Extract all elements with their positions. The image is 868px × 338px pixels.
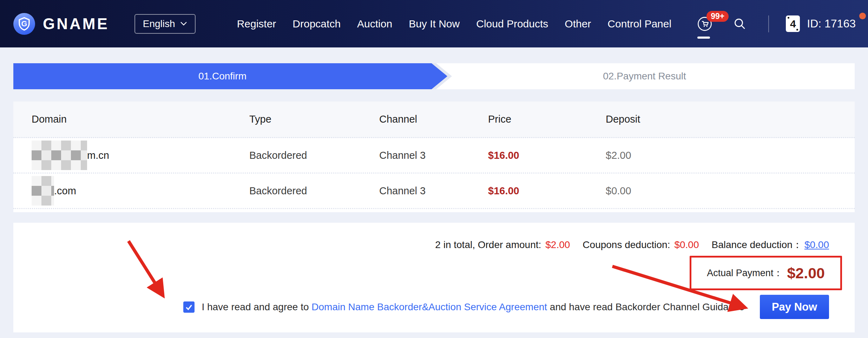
actual-payment-box: Actual Payment： $2.00 <box>690 256 842 290</box>
channel-cell: Channel 3 <box>379 185 488 197</box>
actual-payment-label: Actual Payment： <box>707 267 783 279</box>
top-navbar: G GNAME English Register Dropcatch Aucti… <box>0 0 868 47</box>
agreement-text: I have read and agree to Domain Name Bac… <box>202 301 744 313</box>
cart-button[interactable]: 99+ <box>697 17 712 31</box>
step-payment-result: 02.Payment Result <box>434 63 855 89</box>
agreement-prefix: I have read and agree to <box>202 301 311 312</box>
nav-item-auction[interactable]: Auction <box>357 18 392 30</box>
channel-cell: Channel 3 <box>379 150 488 161</box>
balance-label: Balance deduction： <box>712 239 802 251</box>
account-card-icon: 4 <box>786 15 800 32</box>
price-cell: $16.00 <box>488 185 606 197</box>
pay-now-button[interactable]: Pay Now <box>760 295 829 319</box>
navbar-right-cluster: 99+ 4 ID: 17163 <box>697 15 856 32</box>
main-nav: Register Dropcatch Auction Buy It Now Cl… <box>237 18 672 30</box>
nav-item-other[interactable]: Other <box>565 18 591 30</box>
nav-item-register[interactable]: Register <box>237 18 276 30</box>
balance-value-link[interactable]: $0.00 <box>804 239 829 251</box>
search-button[interactable] <box>733 17 747 31</box>
nav-item-control-panel[interactable]: Control Panel <box>607 18 671 30</box>
search-icon <box>733 17 747 31</box>
account-area[interactable]: 4 ID: 17163 <box>786 15 856 32</box>
agreement-row: I have read and agree to Domain Name Bac… <box>26 295 829 319</box>
table-row: m.cn Backordered Channel 3 $16.00 $2.00 <box>13 138 855 174</box>
col-channel: Channel <box>379 113 488 125</box>
gname-logo[interactable]: G GNAME <box>13 13 109 35</box>
notification-dot <box>859 13 866 19</box>
checkout-steps: 02.Payment Result 01.Confirm <box>13 63 855 89</box>
deposit-cell: $0.00 <box>606 185 836 197</box>
svg-text:G: G <box>21 19 27 28</box>
domain-cell: m.cn <box>32 141 249 170</box>
nav-item-cloud-products[interactable]: Cloud Products <box>476 18 548 30</box>
col-domain: Domain <box>32 113 249 125</box>
domain-visible-text: .com <box>54 185 76 197</box>
coupons-label: Coupons deduction: <box>583 239 670 251</box>
payment-summary-card: 2 in total, Order amount: $2.00 Coupons … <box>13 223 855 332</box>
order-amount-value: $2.00 <box>545 239 570 251</box>
domain-visible-text: m.cn <box>87 150 109 161</box>
col-deposit: Deposit <box>606 113 836 125</box>
order-total-label: 2 in total, Order amount: <box>435 239 541 251</box>
check-icon <box>184 302 194 312</box>
agreement-link[interactable]: Domain Name Backorder&Auction Service Ag… <box>311 301 547 312</box>
chevron-down-icon <box>180 21 187 26</box>
table-row: .com Backordered Channel 3 $16.00 $0.00 <box>13 174 855 209</box>
step-payment-result-label: 02.Payment Result <box>603 71 686 82</box>
cart-active-underline <box>697 37 710 39</box>
agreement-suffix: and have read Backorder Channel Guidance <box>547 301 744 312</box>
col-price: Price <box>488 113 606 125</box>
language-selector[interactable]: English <box>134 14 196 34</box>
table-header-row: Domain Type Channel Price Deposit <box>13 102 855 138</box>
summary-line: 2 in total, Order amount: $2.00 Coupons … <box>26 239 829 251</box>
domain-redacted-blur <box>32 141 87 170</box>
nav-item-dropcatch[interactable]: Dropcatch <box>292 18 341 30</box>
coupons-value: $0.00 <box>674 239 699 251</box>
actual-payment-value: $2.00 <box>787 265 825 282</box>
nav-item-buy-it-now[interactable]: Buy It Now <box>409 18 460 30</box>
order-table: Domain Type Channel Price Deposit m.cn B… <box>13 102 855 212</box>
agreement-checkbox[interactable] <box>183 301 195 313</box>
domain-redacted-blur <box>32 176 54 206</box>
type-cell: Backordered <box>249 150 379 161</box>
deposit-cell: $2.00 <box>606 150 836 161</box>
step-confirm-label: 01.Confirm <box>198 71 246 82</box>
cart-count-badge: 99+ <box>706 11 729 22</box>
price-cell: $16.00 <box>488 150 606 161</box>
step-confirm: 01.Confirm <box>13 63 447 89</box>
account-id: ID: 17163 <box>807 17 856 30</box>
col-type: Type <box>249 113 379 125</box>
domain-cell: .com <box>32 176 249 206</box>
type-cell: Backordered <box>249 185 379 197</box>
brand-name: GNAME <box>43 15 109 33</box>
gname-logo-icon: G <box>13 13 35 35</box>
navbar-divider <box>768 15 769 32</box>
language-label: English <box>143 18 175 30</box>
